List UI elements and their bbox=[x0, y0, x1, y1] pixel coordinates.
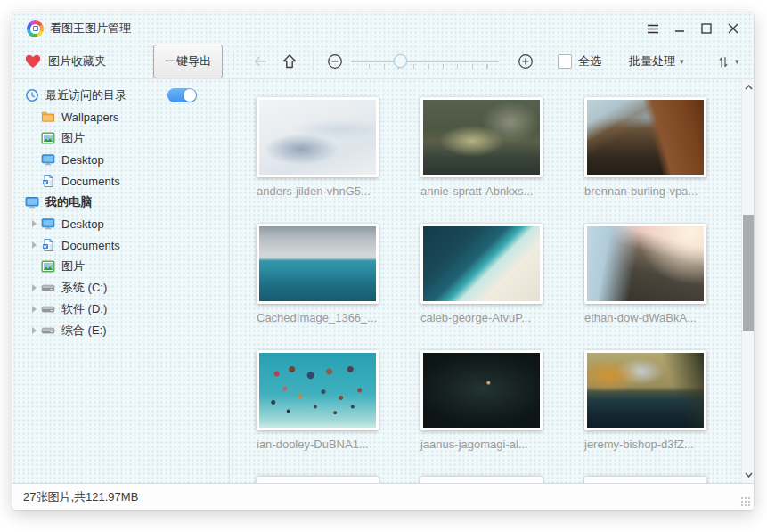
sidebar-item-label: 最近访问的目录 bbox=[45, 87, 126, 103]
sidebar-item-label: Documents bbox=[61, 175, 120, 188]
sidebar-item-drive-e[interactable]: 综合 (E:) bbox=[12, 320, 229, 341]
folder-icon bbox=[41, 110, 55, 124]
recent-directories-toggle[interactable] bbox=[167, 88, 197, 102]
monitor-icon bbox=[41, 152, 55, 167]
image-item[interactable] bbox=[420, 477, 555, 483]
batch-process-dropdown[interactable]: 批量处理 ▾ bbox=[629, 45, 684, 78]
sidebar-item-computer-documents[interactable]: Documents bbox=[12, 234, 229, 256]
document-icon bbox=[41, 174, 55, 188]
sidebar-item-label: 系统 (C:) bbox=[61, 280, 107, 296]
thumbnail bbox=[420, 350, 543, 430]
image-item[interactable]: annie-spratt-Abnkxs... bbox=[420, 97, 555, 198]
app-window: 看图王图片管理 图片收藏夹 一键导出 bbox=[12, 12, 754, 510]
expand-arrow-icon[interactable] bbox=[32, 283, 41, 292]
image-item[interactable]: anders-jilden-vhnG5... bbox=[257, 97, 391, 198]
image-item[interactable]: jeremy-bishop-d3fZ... bbox=[584, 350, 719, 451]
sidebar: 最近访问的目录 Wallpapers 图片 Desktop bbox=[12, 79, 230, 483]
vertical-scrollbar[interactable] bbox=[741, 79, 754, 483]
sidebar-item-drive-c[interactable]: 系统 (C:) bbox=[12, 277, 229, 299]
select-all-checkbox[interactable] bbox=[558, 54, 572, 69]
thumbnail-image[interactable] bbox=[423, 226, 540, 301]
expand-arrow-icon[interactable] bbox=[32, 326, 41, 335]
thumbnail bbox=[584, 224, 706, 304]
sidebar-item-label: 图片 bbox=[61, 258, 85, 274]
image-item[interactable] bbox=[584, 477, 719, 483]
thumbnail-image[interactable] bbox=[259, 353, 376, 428]
zoom-slider-track[interactable] bbox=[351, 61, 499, 62]
sort-icon bbox=[716, 54, 730, 70]
monitor-icon bbox=[41, 217, 55, 231]
thumbnail-image[interactable] bbox=[259, 226, 376, 301]
image-item[interactable]: jaanus-jagomagi-al... bbox=[420, 350, 555, 451]
minimize-button[interactable] bbox=[666, 17, 693, 40]
export-button[interactable]: 一键导出 bbox=[153, 45, 223, 78]
thumbnail bbox=[584, 97, 706, 177]
thumbnail-partial[interactable] bbox=[584, 477, 706, 483]
toolbar-divider bbox=[313, 53, 314, 70]
maximize-button[interactable] bbox=[693, 17, 720, 40]
thumbnail bbox=[257, 97, 379, 177]
image-filename: CachedImage_1366_... bbox=[257, 311, 391, 324]
sidebar-item-computer-pictures[interactable]: 图片 bbox=[12, 256, 229, 277]
image-item[interactable] bbox=[257, 477, 391, 483]
expand-arrow-icon[interactable] bbox=[32, 305, 41, 314]
sidebar-item-computer-desktop[interactable]: Desktop bbox=[12, 213, 229, 234]
zoom-slider[interactable] bbox=[351, 45, 499, 78]
resize-grip[interactable] bbox=[740, 496, 750, 506]
image-filename: brennan-burling-vpa... bbox=[584, 184, 719, 198]
image-item[interactable]: ethan-dow-dWaBkA... bbox=[584, 224, 719, 324]
thumbnail-image[interactable] bbox=[423, 100, 540, 175]
thumbnail-image[interactable] bbox=[587, 226, 704, 301]
document-icon bbox=[41, 238, 55, 252]
sidebar-item-desktop[interactable]: Desktop bbox=[12, 149, 229, 170]
scroll-up-button[interactable] bbox=[742, 81, 754, 94]
sidebar-item-label: 图片 bbox=[61, 130, 85, 146]
sidebar-item-documents[interactable]: Documents bbox=[12, 170, 229, 192]
thumbnail-image[interactable] bbox=[423, 353, 540, 428]
computer-icon bbox=[25, 195, 39, 209]
image-filename: annie-spratt-Abnkxs... bbox=[420, 184, 555, 198]
expand-arrow-icon[interactable] bbox=[32, 241, 41, 250]
sidebar-item-label: 我的电脑 bbox=[45, 194, 92, 210]
batch-process-label[interactable]: 批量处理 bbox=[629, 53, 675, 70]
zoom-in-button[interactable] bbox=[517, 45, 534, 78]
app-logo-icon bbox=[27, 20, 44, 37]
sidebar-item-wallpapers[interactable]: Wallpapers bbox=[12, 106, 229, 127]
thumbnail-image[interactable] bbox=[259, 100, 376, 175]
image-item[interactable]: brennan-burling-vpa... bbox=[584, 97, 719, 198]
favorites-nav[interactable]: 图片收藏夹 bbox=[25, 45, 106, 78]
toolbar: 图片收藏夹 一键导出 bbox=[12, 45, 754, 78]
sort-dropdown[interactable]: ▾ bbox=[716, 45, 739, 78]
zoom-slider-thumb[interactable] bbox=[394, 54, 407, 68]
image-item[interactable]: ian-dooley-DuBNA1... bbox=[257, 350, 391, 451]
close-button[interactable] bbox=[720, 17, 747, 40]
select-all-control[interactable]: 全选 bbox=[558, 45, 601, 78]
sidebar-item-pictures[interactable]: 图片 bbox=[12, 127, 229, 149]
sidebar-item-label: Desktop bbox=[61, 217, 104, 231]
thumbnail-partial[interactable] bbox=[257, 477, 379, 483]
image-item[interactable]: CachedImage_1366_... bbox=[257, 224, 391, 324]
sidebar-item-recent-directories[interactable]: 最近访问的目录 bbox=[12, 85, 229, 106]
thumbnail-image[interactable] bbox=[587, 100, 704, 175]
scroll-down-button[interactable] bbox=[742, 469, 754, 481]
sidebar-item-my-computer[interactable]: 我的电脑 bbox=[12, 192, 229, 213]
chevron-up-icon bbox=[745, 85, 753, 90]
up-button[interactable] bbox=[281, 45, 298, 78]
clock-icon bbox=[25, 88, 39, 102]
sidebar-item-drive-d[interactable]: 软件 (D:) bbox=[12, 299, 229, 320]
drive-icon bbox=[41, 323, 55, 338]
image-item[interactable]: caleb-george-AtvuP... bbox=[420, 224, 555, 324]
thumbnail-image[interactable] bbox=[587, 353, 704, 428]
scrollbar-thumb[interactable] bbox=[743, 215, 754, 331]
window-title: 看图王图片管理 bbox=[50, 20, 131, 37]
image-filename: caleb-george-AtvuP... bbox=[420, 311, 555, 324]
menu-button[interactable] bbox=[640, 17, 666, 40]
thumbnail bbox=[257, 224, 379, 304]
toolbar-divider bbox=[233, 53, 234, 70]
minimize-icon bbox=[674, 23, 685, 34]
expand-arrow-icon[interactable] bbox=[32, 219, 41, 228]
back-button[interactable] bbox=[251, 45, 269, 78]
select-all-label[interactable]: 全选 bbox=[578, 53, 601, 70]
zoom-out-button[interactable] bbox=[326, 45, 344, 78]
thumbnail-partial[interactable] bbox=[420, 477, 543, 483]
